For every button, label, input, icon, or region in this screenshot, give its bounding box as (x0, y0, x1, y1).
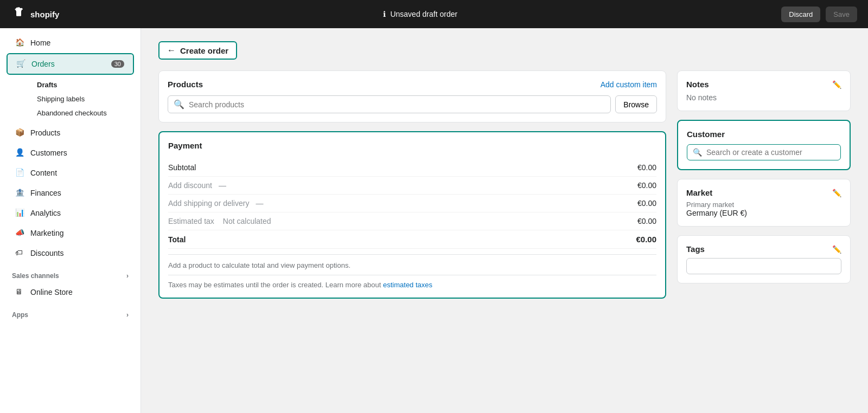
shipping-dash: — (256, 199, 263, 208)
estimated-taxes-link[interactable]: estimated taxes (383, 281, 432, 289)
discount-value: €0.00 (637, 181, 656, 190)
sidebar-item-customers[interactable]: 👤 Customers (7, 143, 134, 163)
payment-divider-2 (168, 275, 656, 275)
customer-search-input[interactable] (706, 148, 835, 157)
sales-channels-label: Sales channels (12, 272, 59, 280)
tax-label: Estimated tax (168, 217, 214, 225)
sidebar-item-online-store[interactable]: 🖥 Online Store (7, 282, 134, 302)
sidebar-analytics-label: Analytics (30, 209, 61, 217)
sidebar-item-orders[interactable]: 🛒 Orders 30 (7, 53, 134, 75)
drafts-label: Drafts (37, 81, 58, 89)
sidebar-home-label: Home (30, 38, 50, 47)
sidebar-item-discounts[interactable]: 🏷 Discounts (7, 243, 134, 263)
sidebar-item-finances[interactable]: 🏦 Finances (7, 183, 134, 203)
marketing-icon: 📣 (15, 228, 25, 238)
sidebar-item-marketing[interactable]: 📣 Marketing (7, 223, 134, 243)
notes-header: Notes ✏️ (686, 80, 841, 89)
tax-note-text: Taxes may be estimates until the order i… (168, 281, 383, 289)
shipping-label[interactable]: Add shipping or delivery (168, 199, 249, 208)
orders-submenu: Drafts Shipping labels Abandoned checkou… (3, 75, 137, 122)
sidebar-finances-label: Finances (30, 189, 61, 197)
sidebar-discounts-label: Discounts (30, 249, 63, 257)
market-header: Market ✏️ (686, 188, 841, 197)
discounts-icon: 🏷 (15, 248, 25, 258)
total-label: Total (168, 235, 186, 244)
discount-dash: — (219, 181, 226, 190)
products-card: Products Add custom item 🔍 Browse (158, 70, 666, 122)
orders-badge: 30 (111, 60, 124, 68)
discount-label[interactable]: Add discount (168, 181, 212, 190)
notes-edit-icon[interactable]: ✏️ (832, 80, 841, 89)
shopify-logo: shopify (11, 7, 59, 22)
products-icon: 📦 (15, 128, 25, 138)
left-column: Products Add custom item 🔍 Browse Paymen… (158, 70, 666, 307)
products-search-input[interactable] (189, 100, 605, 109)
browse-button[interactable]: Browse (615, 95, 657, 113)
sidebar-item-abandoned-checkouts[interactable]: Abandoned checkouts (30, 106, 134, 120)
apps-label: Apps (12, 311, 28, 319)
notes-card: Notes ✏️ No notes (677, 70, 851, 111)
sidebar-customers-label: Customers (30, 149, 67, 157)
draft-notice-text: Unsaved draft order (390, 10, 457, 18)
sidebar-item-products[interactable]: 📦 Products (7, 123, 134, 143)
abandoned-checkouts-label: Abandoned checkouts (37, 109, 107, 117)
products-search-row: 🔍 Browse (168, 95, 657, 113)
analytics-icon: 📊 (15, 208, 25, 218)
layout: 🏠 Home 🛒 Orders 30 Drafts Shipping label… (0, 28, 868, 413)
discount-row: Add discount — €0.00 (168, 177, 656, 195)
apps-section: Apps › (3, 302, 137, 321)
home-icon: 🏠 (15, 38, 25, 48)
sidebar-online-store-label: Online Store (30, 288, 73, 296)
online-store-icon: 🖥 (15, 287, 25, 297)
expand-apps-icon[interactable]: › (126, 311, 129, 319)
page-title-row: ← Create order (158, 41, 851, 60)
subtotal-label: Subtotal (168, 163, 196, 172)
back-button[interactable]: ← Create order (158, 41, 237, 60)
sidebar-item-content[interactable]: 📄 Content (7, 163, 134, 183)
sidebar-content-label: Content (30, 169, 57, 177)
total-row: Total €0.00 (168, 230, 656, 249)
notes-title: Notes (686, 80, 709, 89)
logo-text: shopify (30, 10, 59, 19)
content-grid: Products Add custom item 🔍 Browse Paymen… (158, 70, 851, 307)
products-card-title: Products (168, 80, 203, 89)
customer-card: Customer 🔍 (677, 120, 851, 170)
shipping-value: €0.00 (637, 199, 656, 208)
tax-value: €0.00 (637, 217, 656, 225)
sidebar-item-shipping-labels[interactable]: Shipping labels (30, 92, 134, 106)
topbar-left: shopify (11, 7, 59, 22)
page-title: Create order (180, 46, 228, 55)
sidebar-item-analytics[interactable]: 📊 Analytics (7, 203, 134, 223)
orders-icon: 🛒 (16, 59, 26, 69)
expand-sales-channels-icon[interactable]: › (126, 272, 129, 280)
draft-notice-icon: ℹ (383, 10, 386, 18)
tax-label-group: Estimated tax Not calculated (168, 217, 271, 225)
content-icon: 📄 (15, 168, 25, 178)
save-button[interactable]: Save (826, 7, 857, 22)
main-content: ← Create order Products Add custom item … (141, 28, 868, 413)
total-value: €0.00 (636, 235, 656, 244)
payment-divider (168, 254, 656, 255)
market-edit-icon[interactable]: ✏️ (832, 189, 841, 197)
tags-input[interactable] (686, 258, 841, 274)
customer-header: Customer (687, 130, 841, 139)
sidebar-item-drafts[interactable]: Drafts (30, 78, 134, 92)
tax-note: Taxes may be estimates until the order i… (168, 281, 656, 289)
subtotal-value: €0.00 (637, 163, 656, 172)
sidebar-item-home[interactable]: 🏠 Home (7, 33, 134, 53)
add-custom-item-link[interactable]: Add custom item (601, 80, 657, 89)
topbar: shopify ℹ Unsaved draft order Discard Sa… (0, 0, 868, 28)
shopify-icon (11, 7, 26, 22)
sidebar-marketing-label: Marketing (30, 229, 63, 237)
notes-content: No notes (686, 93, 717, 102)
discard-button[interactable]: Discard (781, 7, 820, 22)
right-column: Notes ✏️ No notes Customer 🔍 (677, 70, 851, 307)
tags-card: Tags ✏️ (677, 235, 851, 283)
shipping-label-group: Add shipping or delivery — (168, 199, 267, 208)
customer-title: Customer (687, 130, 725, 139)
tags-edit-icon[interactable]: ✏️ (832, 245, 841, 254)
products-search-box: 🔍 (168, 95, 611, 113)
products-header: Products Add custom item (168, 80, 657, 89)
sidebar: 🏠 Home 🛒 Orders 30 Drafts Shipping label… (0, 28, 141, 413)
tax-row: Estimated tax Not calculated €0.00 (168, 212, 656, 230)
